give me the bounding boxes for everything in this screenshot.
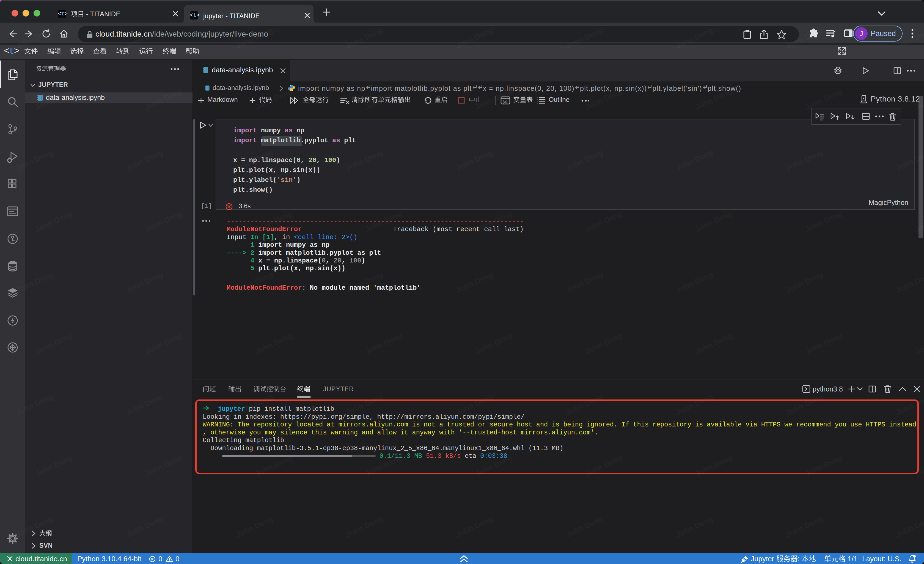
svg-text:(x): (x)	[503, 99, 507, 104]
